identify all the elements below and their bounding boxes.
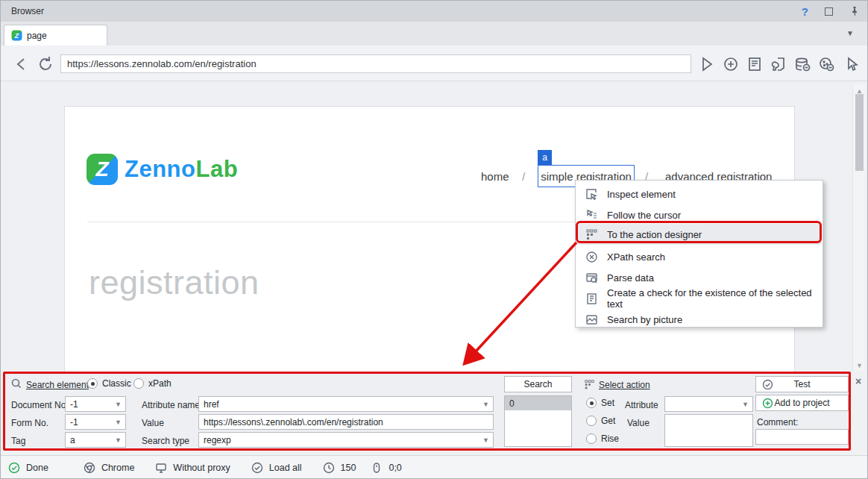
mouse-icon <box>371 462 383 474</box>
add-to-project-button[interactable]: Add to project <box>755 395 849 411</box>
inspect-element-icon <box>585 188 598 201</box>
nav-separator: / <box>522 170 525 183</box>
comment-input[interactable] <box>755 429 849 445</box>
status-proxy[interactable]: Without proxy <box>155 462 230 474</box>
menu-item-label: Inspect element <box>607 189 676 200</box>
search-results-list[interactable]: 0 <box>504 395 572 447</box>
action-attribute-label: Attribute <box>625 400 658 410</box>
panel-close-icon[interactable]: × <box>852 375 864 387</box>
radio-set-dot <box>586 398 597 408</box>
vertical-scrollbar[interactable]: ▲ ▼ <box>852 85 865 372</box>
scroll-down-icon[interactable]: ▼ <box>853 362 866 369</box>
back-button[interactable] <box>13 56 30 72</box>
nav-link-home[interactable]: home <box>481 170 509 183</box>
search-type-select[interactable]: regexp▼ <box>198 432 494 448</box>
menu-item-inspect-element[interactable]: Inspect element <box>576 184 822 204</box>
proxy-monitor-icon <box>155 462 167 474</box>
status-load-mode[interactable]: Load all <box>251 462 302 474</box>
radio-rise-dot <box>586 433 597 444</box>
context-menu: Inspect element Follow the cursor To the… <box>575 180 823 328</box>
zennolab-logo: Z ZennoLab <box>87 154 238 185</box>
report-icon[interactable] <box>746 56 763 72</box>
refresh-button[interactable] <box>37 56 54 72</box>
clock-icon <box>323 462 335 474</box>
logo-text-lab: Lab <box>196 156 239 182</box>
search-element-link[interactable]: Search element <box>26 380 89 390</box>
radio-set[interactable]: Set <box>586 398 614 408</box>
menu-item-xpath-search[interactable]: XPath search <box>576 246 822 267</box>
radio-xpath[interactable]: xPath <box>133 378 172 389</box>
menu-item-search-by-picture[interactable]: Search by picture <box>576 309 822 330</box>
xpath-search-icon <box>585 251 598 263</box>
search-type-label: Search type <box>142 436 189 446</box>
tab-page[interactable]: Z page <box>4 25 107 46</box>
status-browser-engine[interactable]: Chrome <box>84 462 134 474</box>
action-value-textarea[interactable] <box>664 414 753 447</box>
status-done: Done <box>8 462 48 474</box>
zennolab-logo-icon: Z <box>87 154 118 185</box>
menu-item-label: Parse data <box>607 272 654 284</box>
zennolab-tab-icon: Z <box>11 30 22 41</box>
follow-cursor-icon <box>585 209 598 222</box>
tag-select[interactable]: a▼ <box>65 432 126 448</box>
caret-icon: ▼ <box>115 419 122 426</box>
value-label: Value <box>142 418 164 428</box>
comment-label: Comment: <box>757 417 798 428</box>
search-result-item[interactable]: 0 <box>505 396 571 410</box>
radio-classic[interactable]: Classic <box>87 378 131 389</box>
action-attribute-select[interactable]: ▼ <box>664 396 753 412</box>
menu-item-check-text[interactable]: Create a check for the existence of the … <box>576 288 822 309</box>
page-heading: registration <box>89 263 260 302</box>
tab-list-dropdown-icon[interactable]: ▼ <box>846 29 854 37</box>
chrome-icon <box>84 462 95 474</box>
done-check-icon <box>8 462 20 474</box>
radio-xpath-dot <box>133 378 144 389</box>
document-no-label: Document No. <box>11 400 69 410</box>
add-plus-icon <box>762 398 773 409</box>
menu-item-label: Follow the cursor <box>607 210 681 221</box>
add-icon[interactable] <box>723 56 739 72</box>
clear-cookies-icon[interactable] <box>818 56 834 72</box>
help-icon[interactable]: ? <box>802 5 808 18</box>
select-action-icon <box>584 379 595 390</box>
clear-cache-icon[interactable] <box>794 56 811 72</box>
scrollbar-thumb[interactable] <box>855 94 864 171</box>
test-check-icon <box>762 379 773 390</box>
form-no-label: Form No. <box>11 418 48 428</box>
text-check-icon <box>585 292 598 305</box>
radio-classic-dot <box>87 378 98 389</box>
menu-item-action-designer[interactable]: To the action designer <box>576 224 822 245</box>
window-title: Browser <box>11 6 44 16</box>
cursor-mode-icon[interactable] <box>843 56 860 72</box>
tools-icon[interactable] <box>770 56 787 72</box>
pin-icon[interactable] <box>849 6 860 16</box>
search-element-icon <box>11 378 22 389</box>
test-button[interactable]: Test <box>755 376 849 392</box>
maximize-icon[interactable] <box>825 7 833 16</box>
parse-data-icon <box>585 272 598 284</box>
logo-text-zenno: Zenno <box>125 156 196 182</box>
status-timeout[interactable]: 150 <box>323 462 356 474</box>
menu-item-parse-data[interactable]: Parse data <box>576 267 822 288</box>
status-mouse-coords: 0;0 <box>371 462 401 474</box>
tab-label: page <box>27 31 47 41</box>
caret-icon: ▼ <box>482 436 489 444</box>
url-input[interactable] <box>60 54 691 73</box>
radio-get-dot <box>586 416 597 426</box>
menu-item-follow-cursor[interactable]: Follow the cursor <box>576 204 822 225</box>
form-no-select[interactable]: -1▼ <box>65 414 126 430</box>
svg-text:Z: Z <box>14 32 19 40</box>
action-value-label: Value <box>627 418 650 428</box>
attribute-name-select[interactable]: href▼ <box>198 396 494 412</box>
document-no-select[interactable]: -1▼ <box>65 396 126 412</box>
search-button[interactable]: Search <box>504 376 572 392</box>
menu-item-label: To the action designer <box>607 229 702 240</box>
status-bar: Done Chrome Without proxy Load all 150 0… <box>1 455 867 479</box>
select-action-link[interactable]: Select action <box>599 380 650 390</box>
menu-item-label: XPath search <box>607 251 665 263</box>
radio-rise[interactable]: Rise <box>586 433 619 444</box>
value-input[interactable] <box>198 414 494 430</box>
run-icon[interactable] <box>699 56 715 72</box>
radio-get[interactable]: Get <box>586 416 615 426</box>
title-bar: Browser ? <box>1 1 867 22</box>
